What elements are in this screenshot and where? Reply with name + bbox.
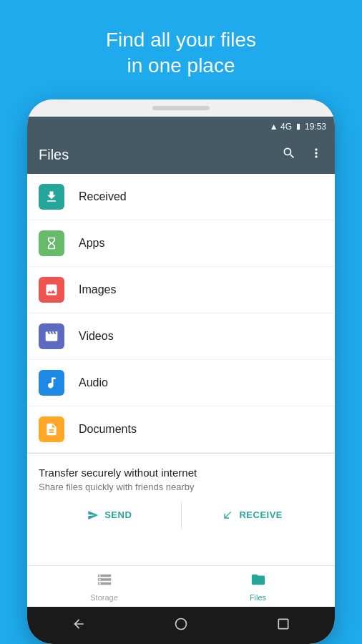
videos-label: Videos xyxy=(79,330,114,343)
recents-button[interactable] xyxy=(270,611,296,640)
header-line1: Find all your files xyxy=(106,29,256,51)
status-bar: ▲ 4G ▮ 19:53 xyxy=(27,117,335,137)
svg-rect-1 xyxy=(279,619,288,628)
files-nav-label: Files xyxy=(250,593,266,602)
system-bar xyxy=(27,607,335,644)
battery-icon: ▮ xyxy=(296,122,300,131)
list-item[interactable]: Videos xyxy=(27,313,335,360)
search-icon[interactable] xyxy=(282,146,296,164)
files-nav-icon xyxy=(250,572,266,591)
time-display: 19:53 xyxy=(305,122,326,132)
back-button[interactable] xyxy=(66,611,92,640)
list-item[interactable]: Audio xyxy=(27,360,335,406)
toolbar: Files xyxy=(27,137,335,174)
header-text: Find all your files in one place xyxy=(77,0,285,99)
apps-label: Apps xyxy=(79,237,104,250)
receive-button[interactable]: RECEIVE xyxy=(182,502,324,528)
app-title: Files xyxy=(39,147,69,163)
bottom-nav: Storage Files xyxy=(27,565,335,607)
received-icon xyxy=(39,184,64,210)
list-item[interactable]: Apps xyxy=(27,220,335,267)
transfer-subtitle: Share files quickly with friends nearby xyxy=(39,482,323,492)
audio-icon xyxy=(39,370,64,396)
storage-nav-icon xyxy=(97,572,112,591)
send-button[interactable]: SEND xyxy=(39,502,182,528)
documents-label: Documents xyxy=(79,423,137,436)
images-label: Images xyxy=(79,283,116,296)
list-item[interactable]: Documents xyxy=(27,406,335,453)
send-label: SEND xyxy=(104,509,132,520)
nav-item-files[interactable]: Files xyxy=(181,566,335,607)
images-icon xyxy=(39,277,64,303)
audio-label: Audio xyxy=(79,376,108,389)
transfer-section: Transfer securely without internet Share… xyxy=(27,453,335,538)
transfer-buttons: SEND RECEIVE xyxy=(39,502,323,528)
file-list: Received Apps Images xyxy=(27,174,335,565)
list-item[interactable]: Images xyxy=(27,267,335,313)
apps-icon xyxy=(39,230,64,256)
received-label: Received xyxy=(79,190,127,203)
svg-point-0 xyxy=(175,618,186,629)
phone-frame: ▲ 4G ▮ 19:53 Files xyxy=(27,99,335,644)
more-options-icon[interactable] xyxy=(309,146,323,164)
nav-item-storage[interactable]: Storage xyxy=(27,566,181,607)
storage-nav-label: Storage xyxy=(90,593,118,602)
phone-speaker xyxy=(27,99,335,117)
toolbar-icons xyxy=(282,146,323,164)
header-line2: in one place xyxy=(127,54,235,77)
list-item[interactable]: Received xyxy=(27,174,335,220)
signal-icon: ▲ 4G xyxy=(270,122,292,132)
videos-icon xyxy=(39,323,64,349)
documents-icon xyxy=(39,416,64,442)
transfer-title: Transfer securely without internet xyxy=(39,467,323,479)
home-button[interactable] xyxy=(168,611,194,640)
receive-label: RECEIVE xyxy=(239,509,283,520)
speaker-bar xyxy=(152,106,210,110)
